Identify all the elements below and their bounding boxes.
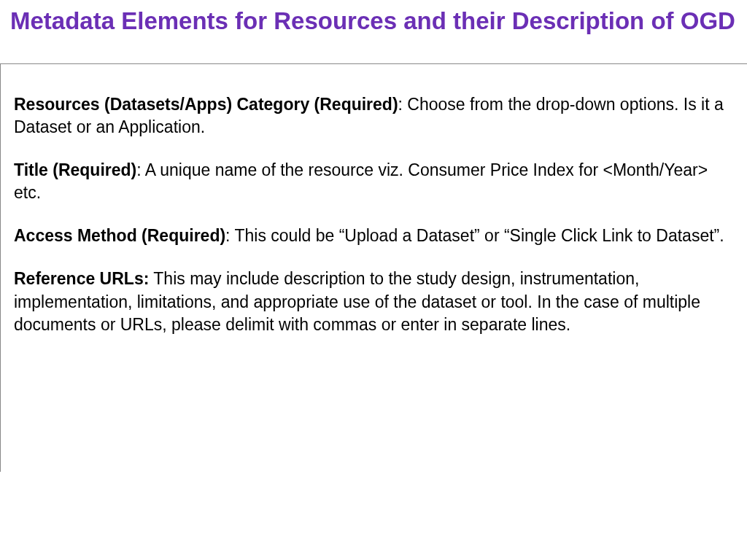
metadata-item: Reference URLs: This may include descrip…	[14, 268, 734, 335]
metadata-item: Access Method (Required): This could be …	[14, 225, 734, 247]
metadata-item: Title (Required): A unique name of the r…	[14, 159, 734, 204]
item-label: Reference URLs:	[14, 269, 149, 288]
item-label: Title (Required)	[14, 160, 136, 179]
metadata-item: Resources (Datasets/Apps) Category (Requ…	[14, 93, 734, 139]
item-desc: : This could be “Upload a Dataset” or “S…	[225, 226, 724, 245]
page-title: Metadata Elements for Resources and thei…	[0, 0, 747, 50]
content-box: Resources (Datasets/Apps) Category (Requ…	[0, 63, 747, 472]
item-label: Access Method (Required)	[14, 226, 225, 245]
item-label: Resources (Datasets/Apps) Category (Requ…	[14, 95, 398, 114]
